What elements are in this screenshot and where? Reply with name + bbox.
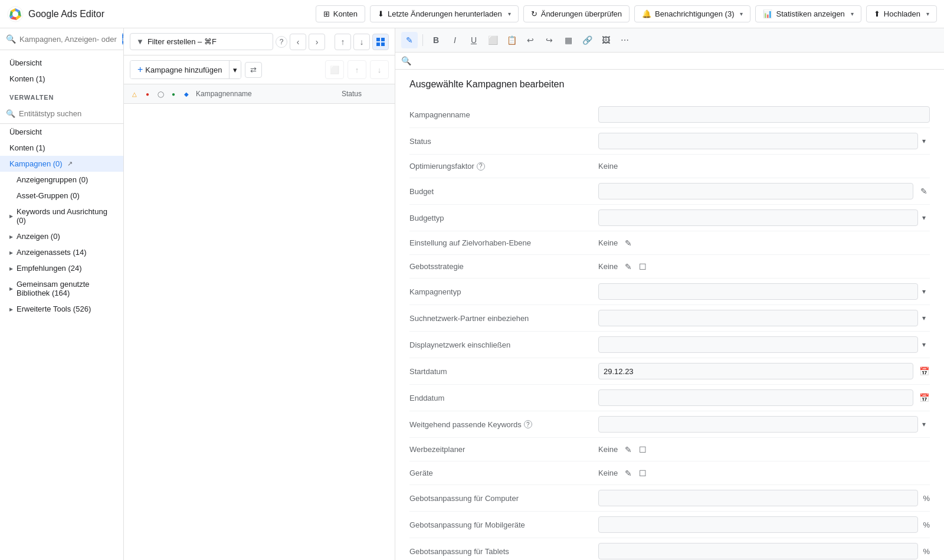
grid-view-icon[interactable]: [372, 34, 389, 50]
sidebar-item-recommendations[interactable]: ▸ Empfehlungen (24): [0, 260, 123, 276]
form-actions: ✎☐: [622, 261, 648, 273]
more-options-icon[interactable]: ⋮: [122, 107, 123, 120]
form-date-input[interactable]: [598, 363, 913, 379]
more-toolbar-button[interactable]: ⋯: [617, 32, 633, 48]
form-input[interactable]: [598, 106, 930, 123]
form-label: Gebotsanpassung für Computer: [409, 494, 598, 503]
sidebar-item-assetgroups[interactable]: Asset-Gruppen (0): [0, 188, 123, 204]
down-action-button[interactable]: ↓: [370, 60, 389, 79]
form-label: Status: [409, 137, 598, 146]
edit-field-icon[interactable]: ✎: [622, 237, 634, 249]
nav-down-icon[interactable]: ↓: [353, 34, 370, 50]
warning-col-icon: △: [130, 89, 139, 99]
edit-field-icon[interactable]: ✎: [622, 444, 634, 456]
image-toolbar-button[interactable]: 🖼: [598, 32, 614, 48]
upload-button[interactable]: ⬆ Hochladen ▾: [866, 5, 937, 22]
add-campaign-button[interactable]: + Kampagne hinzufügen: [130, 61, 229, 78]
nav-prev-icon[interactable]: ‹: [290, 34, 306, 50]
add-campaign-dropdown[interactable]: ▾: [229, 61, 241, 78]
sidebar-item-accounts2[interactable]: Konten (1): [0, 140, 123, 156]
sidebar-search-input[interactable]: [19, 35, 119, 44]
form-text-value: Keine: [598, 445, 618, 454]
edit-field-icon[interactable]: ✎: [622, 467, 634, 479]
sidebar-item-overview[interactable]: Übersicht: [0, 55, 123, 71]
form-dropdown-input[interactable]: [598, 133, 918, 149]
sidebar-item-overview2[interactable]: Übersicht: [0, 124, 123, 140]
nav-next-icon[interactable]: ›: [309, 34, 325, 50]
form-percent-input[interactable]: [598, 516, 918, 533]
up-action-button[interactable]: ↑: [348, 60, 366, 79]
sidebar-item-adgroups[interactable]: Anzeigengruppen (0): [0, 172, 123, 188]
chevron-down-icon[interactable]: ▾: [918, 135, 930, 147]
sidebar-item-advanced-tools[interactable]: ▸ Erweiterte Tools (526): [0, 301, 123, 317]
svg-rect-4: [376, 42, 380, 46]
paste-toolbar-button[interactable]: 📋: [503, 32, 520, 48]
filter-create-button[interactable]: ▼ Filter erstellen – ⌘F: [130, 33, 273, 50]
edit-field-icon[interactable]: ✎: [622, 261, 634, 273]
checkbox-icon[interactable]: ☐: [637, 444, 648, 456]
sidebar-item-accounts[interactable]: Konten (1): [0, 71, 123, 87]
link-toolbar-button[interactable]: 🔗: [579, 32, 595, 48]
bold-toolbar-button[interactable]: B: [428, 32, 444, 48]
help-circle-icon[interactable]: ?: [524, 420, 532, 428]
copy-button[interactable]: ⬜: [325, 60, 344, 79]
chevron-down-icon[interactable]: ▾: [918, 286, 930, 297]
entity-search-input[interactable]: [19, 109, 118, 118]
calendar-icon[interactable]: 📅: [918, 365, 930, 377]
checkbox-icon[interactable]: ☐: [637, 261, 648, 273]
sidebar-item-ads[interactable]: ▸ Anzeigen (0): [0, 228, 123, 244]
notifications-button[interactable]: 🔔 Benachrichtigungen (3) ▾: [634, 5, 750, 22]
stats-button[interactable]: 📊 Statistiken anzeigen ▾: [755, 5, 861, 22]
copy-icon: ⬜: [330, 66, 339, 74]
sidebar-item-keywords[interactable]: ▸ Keywords und Ausrichtung (0): [0, 204, 123, 228]
table-col-status: Status: [342, 90, 389, 98]
form-row: Optimierungsfaktor?Keine: [409, 155, 930, 178]
checkbox-icon[interactable]: ☐: [637, 467, 648, 479]
columns-icon: [376, 38, 385, 46]
filter-toolbar: ▼ Filter erstellen – ⌘F ? ‹ › ↑ ↓: [124, 28, 395, 55]
form-input[interactable]: [598, 183, 913, 199]
right-search-input[interactable]: [415, 57, 938, 66]
copy2-toolbar-button[interactable]: ⬜: [484, 32, 501, 48]
form-dropdown-input[interactable]: [598, 209, 918, 226]
form-row: GeräteKeine✎☐: [409, 461, 930, 485]
chevron-down-icon[interactable]: ▾: [918, 212, 930, 224]
form-row: Startdatum📅: [409, 358, 930, 385]
form-dropdown-input[interactable]: [598, 283, 918, 300]
main-layout: 🔍 i Übersicht Konten (1) VERWALTEN 🔍 ⋮ Ü…: [0, 28, 944, 560]
nav-up-icon[interactable]: ↑: [335, 34, 351, 50]
help-icon[interactable]: ?: [276, 36, 287, 48]
form-value: Keine✎☐: [598, 261, 930, 273]
undo-toolbar-button[interactable]: ↩: [522, 32, 539, 48]
italic-toolbar-button[interactable]: I: [447, 32, 463, 48]
percent-symbol: %: [923, 494, 930, 503]
form-percent-input[interactable]: [598, 543, 918, 559]
redo-toolbar-button[interactable]: ↪: [541, 32, 558, 48]
external-link-icon: ↗: [67, 160, 73, 168]
table2-toolbar-button[interactable]: ▦: [560, 32, 576, 48]
sidebar-item-addassets[interactable]: ▸ Anzeigenassets (14): [0, 244, 123, 260]
form-dropdown-input[interactable]: [598, 310, 918, 326]
form-dropdown-input[interactable]: [598, 416, 918, 433]
move-button[interactable]: ⇄: [245, 62, 262, 78]
sidebar-item-campaigns[interactable]: Kampagnen (0) ↗: [0, 156, 123, 172]
filter-icon: ▼: [136, 37, 144, 46]
chevron-down-icon[interactable]: ▾: [918, 418, 930, 430]
accounts-button[interactable]: ⊞ Konten: [316, 5, 365, 22]
review-button[interactable]: ↻ Änderungen überprüfen: [523, 5, 630, 22]
underline-toolbar-button[interactable]: U: [466, 32, 482, 48]
svg-rect-3: [381, 38, 385, 41]
chart-icon: 📊: [763, 9, 772, 18]
edit-field-icon[interactable]: ✎: [918, 185, 930, 197]
form-percent-input[interactable]: [598, 490, 918, 506]
chevron-down-icon[interactable]: ▾: [918, 339, 930, 351]
form-dropdown-input[interactable]: [598, 336, 918, 353]
sidebar-item-shared-library[interactable]: ▸ Gemeinsam genutzte Bibliothek (164): [0, 276, 123, 301]
form-row: Gebotsanpassung für Computer%: [409, 485, 930, 512]
download-button[interactable]: ⬇ Letzte Änderungen herunterladen ▾: [370, 5, 519, 22]
form-date-input[interactable]: [598, 389, 913, 406]
edit-toolbar-button[interactable]: ✎: [401, 32, 418, 48]
calendar-icon[interactable]: 📅: [918, 392, 930, 404]
help-circle-icon[interactable]: ?: [477, 162, 485, 171]
chevron-down-icon[interactable]: ▾: [918, 312, 930, 324]
